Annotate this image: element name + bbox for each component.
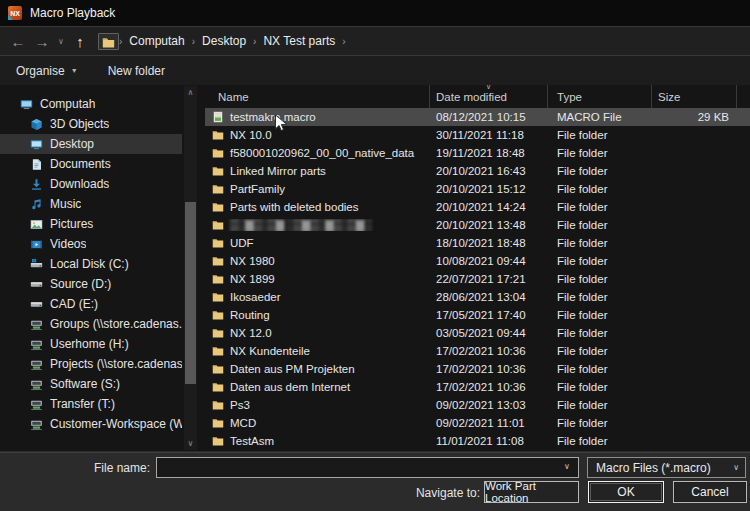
file-row-nx-10-0[interactable]: NX 10.030/11/2021 11:18File folder xyxy=(205,126,750,144)
file-row-routing[interactable]: Routing17/05/2021 17:40File folder xyxy=(205,306,750,324)
sidebar-item-downloads[interactable]: Downloads xyxy=(0,174,182,194)
file-row-daten-aus-pm-projekten[interactable]: Daten aus PM Projekten17/02/2021 10:36Fi… xyxy=(205,360,750,378)
work-part-location-button[interactable]: Work Part Location xyxy=(484,481,579,503)
file-row-testmakro-macro[interactable]: testmakro.macro08/12/2021 10:15MACRO Fil… xyxy=(205,108,750,126)
ok-button[interactable]: OK xyxy=(588,481,664,503)
sidebar-item-pictures[interactable]: Pictures xyxy=(0,214,182,234)
file-row-testasm[interactable]: TestAsm11/01/2021 11:08File folder xyxy=(205,432,750,450)
sidebar-item-cad-e[interactable]: CAD (E:) xyxy=(0,294,182,314)
network-drive-icon xyxy=(30,338,43,351)
sidebar-item-videos[interactable]: Videos xyxy=(0,234,182,254)
file-row-nx-kundenteile[interactable]: NX Kundenteile17/02/2021 10:36File folde… xyxy=(205,342,750,360)
file-row-ps3[interactable]: Ps309/02/2021 13:03File folder xyxy=(205,396,750,414)
dialog-content: Computah3D ObjectsDesktopDocumentsDownlo… xyxy=(0,85,750,451)
breadcrumb-item-desktop[interactable]: Desktop xyxy=(195,34,253,48)
file-name-cell: NX Kundenteile xyxy=(205,345,430,357)
organise-button[interactable]: Organise ▼ xyxy=(16,64,78,78)
file-row-redacted[interactable]: ▒░▓▒░▒▓ ░▒▓▒░▓▒░▒▓░20/10/2021 13:48File … xyxy=(205,216,750,234)
file-type-filter-select[interactable]: Macro Files (*.macro) ∨ xyxy=(587,457,746,478)
file-name-input[interactable] xyxy=(156,457,579,478)
macro-file-icon xyxy=(212,111,224,123)
file-row-daten-aus-dem-internet[interactable]: Daten aus dem Internet17/02/2021 10:36Fi… xyxy=(205,378,750,396)
column-header-date-modified[interactable]: ∨ Date modified xyxy=(430,85,548,108)
sidebar-item-music[interactable]: Music xyxy=(0,194,182,214)
date-modified-cell: 17/05/2021 17:40 xyxy=(430,309,548,321)
date-modified-cell: 17/02/2021 10:36 xyxy=(430,381,548,393)
column-label: Date modified xyxy=(436,91,507,103)
sidebar-item-computah[interactable]: Computah xyxy=(0,94,182,114)
sidebar-item-projects-store-cadenas-intern[interactable]: Projects (\\store.cadenas.intern xyxy=(0,354,182,374)
file-name-cell: f580001020962_00_00_native_data xyxy=(205,147,430,159)
sidebar-item-userhome-h[interactable]: Userhome (H:) xyxy=(0,334,182,354)
type-cell: File folder xyxy=(548,345,652,357)
network-drive-icon xyxy=(30,318,43,331)
picture-icon xyxy=(30,218,43,231)
file-row-partfamily[interactable]: PartFamily20/10/2021 15:12File folder xyxy=(205,180,750,198)
sidebar-item-software-s[interactable]: Software (S:) xyxy=(0,374,182,394)
breadcrumb-item-computah[interactable]: Computah xyxy=(122,34,191,48)
network-drive-icon xyxy=(30,398,43,411)
file-row-parts-with-deleted-bodies[interactable]: Parts with deleted bodies20/10/2021 14:2… xyxy=(205,198,750,216)
file-name-text: testmakro.macro xyxy=(230,111,316,123)
sidebar-item-source-d[interactable]: Source (D:) xyxy=(0,274,182,294)
folder-icon xyxy=(212,183,224,195)
sidebar-item-label: Documents xyxy=(50,157,111,171)
file-row-udf[interactable]: UDF18/10/2021 18:48File folder xyxy=(205,234,750,252)
sidebar-item-label: CAD (E:) xyxy=(50,297,98,311)
column-header-name[interactable]: Name xyxy=(205,85,430,108)
file-name-cell: testmakro.macro xyxy=(205,111,430,123)
file-row-nx-12-0[interactable]: NX 12.003/05/2021 09:44File folder xyxy=(205,324,750,342)
title-bar[interactable]: NX Macro Playback xyxy=(0,0,750,26)
folder-icon xyxy=(212,201,224,213)
sidebar-item-3d-objects[interactable]: 3D Objects xyxy=(0,114,182,134)
sidebar-item-label: Customer-Workspace (W:) xyxy=(50,417,182,431)
sidebar-item-local-disk-c[interactable]: Local Disk (C:) xyxy=(0,254,182,274)
type-cell: File folder xyxy=(548,291,652,303)
sidebar-item-label: Projects (\\store.cadenas.intern xyxy=(50,357,182,371)
file-row-f580001020962-00-00-native-data[interactable]: f580001020962_00_00_native_data19/11/202… xyxy=(205,144,750,162)
sidebar-item-customer-workspace-w[interactable]: Customer-Workspace (W:) xyxy=(0,414,182,434)
type-cell: File folder xyxy=(548,309,652,321)
file-name-text: ▒░▓▒░▒▓ ░▒▓▒░▓▒░▒▓░ xyxy=(230,219,372,231)
scroll-down-icon[interactable]: ∨ xyxy=(184,439,197,448)
sidebar-scrollbar-thumb[interactable] xyxy=(185,202,196,384)
column-label: Type xyxy=(557,91,582,103)
folder-icon xyxy=(212,435,224,447)
type-cell: File folder xyxy=(548,273,652,285)
sidebar-item-groups-store-cadenas-interna[interactable]: Groups (\\store.cadenas.interna xyxy=(0,314,182,334)
up-icon[interactable]: ↑ xyxy=(68,33,92,50)
cancel-button[interactable]: Cancel xyxy=(673,481,747,503)
breadcrumb-item-nx-test-parts[interactable]: NX Test parts xyxy=(256,34,342,48)
breadcrumb-folder-icon[interactable] xyxy=(98,33,119,50)
sidebar-item-desktop[interactable]: Desktop xyxy=(0,134,182,154)
date-modified-cell: 10/08/2021 09:44 xyxy=(430,255,548,267)
type-cell: File folder xyxy=(548,417,652,429)
sidebar-item-label: Local Disk (C:) xyxy=(50,257,129,271)
back-icon[interactable]: ← xyxy=(6,33,30,50)
date-modified-cell: 17/02/2021 10:36 xyxy=(430,345,548,357)
navigation-bar: ← → ∨ ↑ › Computah › Desktop › NX Test p… xyxy=(0,26,750,56)
sidebar-item-transfer-t[interactable]: Transfer (T:) xyxy=(0,394,182,414)
file-row-nx-1899[interactable]: NX 189922/07/2021 17:21File folder xyxy=(205,270,750,288)
file-name-text: Daten aus dem Internet xyxy=(230,381,350,393)
new-folder-button[interactable]: New folder xyxy=(108,64,165,78)
breadcrumb-separator: › xyxy=(342,36,345,47)
sidebar-item-documents[interactable]: Documents xyxy=(0,154,182,174)
folder-icon xyxy=(212,327,224,339)
folder-icon xyxy=(212,237,224,249)
file-row-nx-1980[interactable]: NX 198010/08/2021 09:44File folder xyxy=(205,252,750,270)
file-row-ikosaeder[interactable]: Ikosaeder28/06/2021 13:04File folder xyxy=(205,288,750,306)
sidebar-scrollbar[interactable]: ∧ ∨ xyxy=(184,86,197,450)
scroll-up-icon[interactable]: ∧ xyxy=(184,88,197,97)
recent-locations-chevron-icon[interactable]: ∨ xyxy=(54,37,68,46)
forward-icon[interactable]: → xyxy=(30,33,54,50)
music-icon xyxy=(30,198,43,211)
file-row-mcd[interactable]: MCD09/02/2021 11:01File folder xyxy=(205,414,750,432)
computer-icon xyxy=(20,98,33,111)
column-header-size[interactable]: Size xyxy=(652,85,737,108)
file-name-text: Routing xyxy=(230,309,270,321)
file-row-linked-mirror-parts[interactable]: Linked Mirror parts20/10/2021 16:43File … xyxy=(205,162,750,180)
column-header-type[interactable]: Type xyxy=(548,85,652,108)
file-name-text: f580001020962_00_00_native_data xyxy=(230,147,414,159)
file-list-header: Name ∨ Date modified Type Size xyxy=(205,85,750,108)
